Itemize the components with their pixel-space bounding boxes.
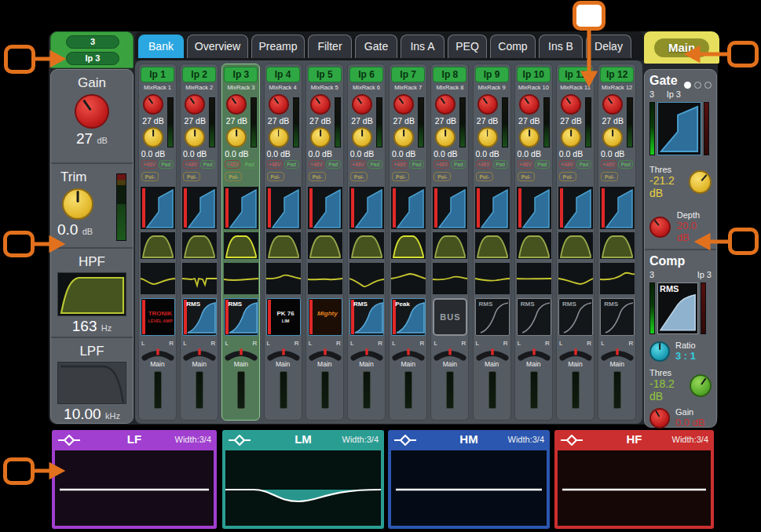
channel-fader[interactable] <box>572 371 580 409</box>
gate-thumbnail[interactable] <box>558 187 593 229</box>
pad-button[interactable]: Pad <box>200 160 215 169</box>
peq-thumbnail[interactable] <box>391 262 426 295</box>
phantom-button[interactable]: +48V <box>392 160 408 169</box>
mix-select-main[interactable]: Main <box>644 31 719 64</box>
channel-trim-knob[interactable] <box>310 127 331 148</box>
peq-thumbnail[interactable] <box>266 262 301 295</box>
channel-trim-knob[interactable] <box>519 127 540 148</box>
channel-trim-knob[interactable] <box>477 127 498 148</box>
channel-name[interactable]: Ip 8 <box>433 67 466 82</box>
channel-trim-knob[interactable] <box>143 127 163 148</box>
gate-thumbnail[interactable] <box>308 187 342 229</box>
channel-strip-ip-2[interactable]: Ip 2MixRack 227 dB0.0 dB+48VPadPol-RMSLR… <box>180 64 218 421</box>
tab-filter[interactable]: Filter <box>308 35 352 58</box>
comp-ratio-knob[interactable] <box>649 341 670 362</box>
filter-thumbnail[interactable] <box>308 232 342 259</box>
peq-thumbnail[interactable] <box>182 262 217 295</box>
pad-button[interactable]: Pad <box>242 160 257 169</box>
comp-thres-knob[interactable] <box>690 374 712 397</box>
channel-fader[interactable] <box>530 371 538 409</box>
polarity-button[interactable]: Pol- <box>476 172 493 181</box>
tab-ins-a[interactable]: Ins A <box>401 35 445 58</box>
lpf-section[interactable]: LPF 10.00 kHz <box>51 338 133 421</box>
polarity-button[interactable]: Pol- <box>183 172 200 181</box>
channel-gain-knob[interactable] <box>519 94 540 115</box>
channel-strip-ip-7[interactable]: Ip 7MixRack 727 dB0.0 dB+48VPadPol-PeakL… <box>389 64 427 421</box>
pad-button[interactable]: Pad <box>284 160 299 169</box>
polarity-button[interactable]: Pol- <box>141 172 159 181</box>
pad-button[interactable]: Pad <box>493 160 508 169</box>
phantom-button[interactable]: +48V <box>476 160 492 169</box>
filter-thumbnail[interactable] <box>558 232 593 259</box>
peq-thumbnail[interactable] <box>475 262 510 295</box>
pad-button[interactable]: Pad <box>409 160 424 169</box>
polarity-button[interactable]: Pol- <box>601 172 618 181</box>
polarity-button[interactable]: Pol- <box>392 172 409 181</box>
page-dots[interactable] <box>681 78 712 92</box>
channel-gain-knob[interactable] <box>310 94 331 115</box>
polarity-button[interactable]: Pol- <box>559 172 576 181</box>
channel-name[interactable]: Ip 2 <box>182 67 216 82</box>
channel-gain-knob[interactable] <box>185 94 205 115</box>
filter-thumbnail[interactable] <box>475 232 510 259</box>
filter-thumbnail[interactable] <box>266 232 301 259</box>
channel-trim-knob[interactable] <box>435 127 456 148</box>
band-response-graph[interactable] <box>391 450 547 526</box>
pan-indicator[interactable] <box>558 346 593 362</box>
trim-section[interactable]: Trim 0.0 dB <box>51 164 133 249</box>
gate-thumbnail[interactable] <box>224 187 258 229</box>
channel-trim-knob[interactable] <box>185 127 205 148</box>
peq-thumbnail[interactable] <box>600 262 635 295</box>
gate-thumbnail[interactable] <box>182 187 217 229</box>
pan-indicator[interactable] <box>391 346 426 362</box>
channel-gain-knob[interactable] <box>269 94 289 115</box>
filter-thumbnail[interactable] <box>391 232 426 259</box>
pan-indicator[interactable] <box>141 346 175 362</box>
filter-thumbnail[interactable] <box>141 232 175 259</box>
pad-button[interactable]: Pad <box>368 160 382 169</box>
channel-name[interactable]: Ip 6 <box>349 67 383 82</box>
filter-thumbnail[interactable] <box>517 232 551 259</box>
band-response-graph[interactable] <box>225 450 381 526</box>
channel-strip-ip-9[interactable]: Ip 9MixRack 927 dB0.0 dB+48VPadPol-RMSLR… <box>473 64 511 421</box>
pan-indicator[interactable] <box>266 346 301 362</box>
pad-button[interactable]: Pad <box>576 160 591 169</box>
channel-name[interactable]: Ip 9 <box>475 67 509 82</box>
polarity-button[interactable]: Pol- <box>518 172 535 181</box>
phantom-button[interactable]: +48V <box>559 160 575 169</box>
filter-thumbnail[interactable] <box>349 232 384 259</box>
peq-thumbnail[interactable] <box>349 262 384 295</box>
polarity-button[interactable]: Pol- <box>225 172 242 181</box>
peq-thumbnail[interactable] <box>517 262 551 295</box>
channel-name[interactable]: Ip 11 <box>558 67 592 82</box>
channel-fader[interactable] <box>446 371 454 409</box>
channel-gain-knob[interactable] <box>226 94 247 115</box>
gate-thumbnail[interactable] <box>266 187 301 229</box>
channel-strip-ip-10[interactable]: Ip 10MixRack 1027 dB0.0 dB+48VPadPol-RMS… <box>514 64 553 421</box>
channel-gain-knob[interactable] <box>143 94 163 115</box>
gate-thres-knob[interactable] <box>689 170 712 194</box>
gate-thumbnail[interactable] <box>517 187 551 229</box>
channel-fader[interactable] <box>280 371 287 409</box>
channel-name[interactable]: Ip 10 <box>517 67 551 82</box>
selected-channel-indicator[interactable]: 3 Ip 3 <box>50 31 134 68</box>
pan-indicator[interactable] <box>308 346 342 362</box>
tab-bank[interactable]: Bank <box>138 35 184 58</box>
phantom-button[interactable]: +48V <box>309 160 324 169</box>
channel-name[interactable]: Ip 12 <box>600 67 634 82</box>
phantom-button[interactable]: +48V <box>518 160 533 169</box>
filter-thumbnail[interactable] <box>600 232 635 259</box>
comp-section[interactable]: Comp 3Ip 3 RMS Ratio 3 : 1 <box>649 254 712 428</box>
channel-trim-knob[interactable] <box>352 127 372 148</box>
peq-band-lf[interactable]: LFWidth:3/4 <box>52 430 217 529</box>
peq-thumbnail[interactable] <box>141 262 175 295</box>
peq-band-hf[interactable]: HFWidth:3/4 <box>554 430 714 529</box>
filter-thumbnail[interactable] <box>433 232 467 259</box>
channel-strip-ip-11[interactable]: Ip 11MixRack 1127 dB0.0 dB+48VPadPol-RMS… <box>556 64 595 421</box>
phantom-button[interactable]: +48V <box>183 160 199 169</box>
phantom-button[interactable]: +48V <box>267 160 283 169</box>
channel-gain-knob[interactable] <box>352 94 372 115</box>
channel-name[interactable]: Ip 3 <box>224 67 258 82</box>
gate-thumbnail[interactable] <box>600 187 635 229</box>
channel-trim-knob[interactable] <box>226 127 247 148</box>
